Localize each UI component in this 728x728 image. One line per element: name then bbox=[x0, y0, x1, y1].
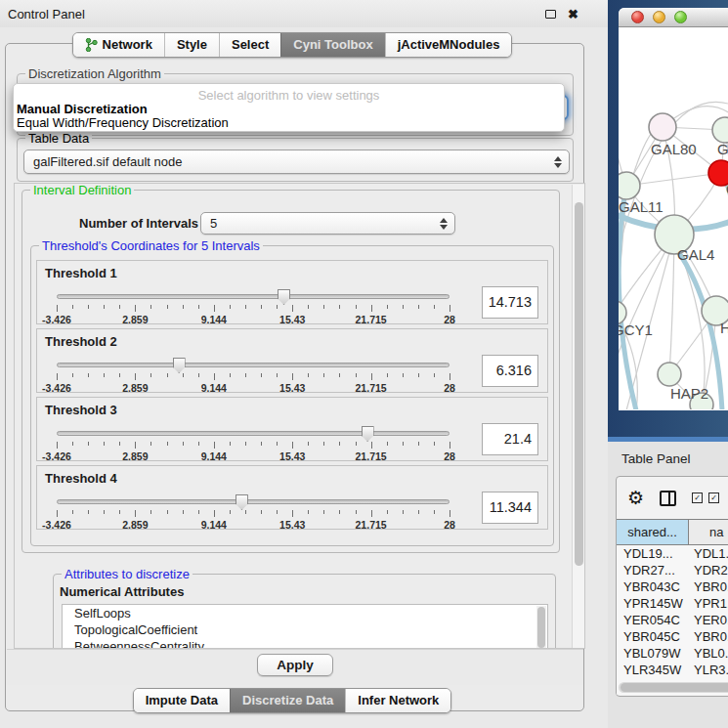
tick-mark bbox=[245, 305, 246, 309]
traffic-light-close-icon[interactable] bbox=[631, 11, 644, 23]
tick-mark bbox=[135, 305, 136, 312]
column-checkbox-group: ✓ ✓ bbox=[692, 492, 719, 503]
network-node[interactable] bbox=[708, 160, 728, 186]
threshold-value-field[interactable]: 11.344 bbox=[482, 492, 538, 524]
algorithm-popup: Select algorithm to view settings Manual… bbox=[13, 83, 565, 132]
tick-mark bbox=[135, 510, 136, 517]
traffic-light-zoom-icon[interactable] bbox=[674, 11, 687, 23]
attribute-list-item[interactable]: SelfLoops bbox=[63, 605, 547, 621]
attributes-scrollbar-thumb[interactable] bbox=[537, 607, 545, 648]
tick-mark bbox=[323, 442, 324, 446]
slider-track[interactable] bbox=[57, 294, 450, 299]
table-row[interactable]: YDR27...YDR2... bbox=[617, 562, 728, 578]
table-data-combo[interactable]: galFiltered.sif default node bbox=[23, 150, 570, 174]
tab-jactivemnodules[interactable]: jActiveMNodules bbox=[385, 33, 512, 57]
table-row[interactable]: YDL19...YDL1... bbox=[617, 545, 728, 562]
tab-network[interactable]: Network bbox=[73, 33, 164, 57]
table-row[interactable]: YBR045CYBR0... bbox=[617, 628, 728, 645]
tick-mark bbox=[230, 510, 231, 514]
network-node[interactable] bbox=[712, 117, 728, 143]
number-of-intervals-combo[interactable]: 5 bbox=[200, 212, 455, 235]
tick-mark bbox=[387, 373, 388, 377]
node-label: GAL80 bbox=[651, 141, 697, 157]
close-icon[interactable]: ✖ bbox=[568, 8, 578, 21]
threshold-value-field[interactable]: 21.4 bbox=[482, 423, 538, 455]
tick-mark bbox=[72, 510, 73, 514]
tab-impute-data[interactable]: Impute Data bbox=[134, 689, 230, 712]
network-canvas[interactable]: GAL80GAGAL11CGAL4GCY1HHAP2 bbox=[619, 27, 728, 409]
slider-thumb-icon[interactable] bbox=[236, 494, 248, 510]
network-view-frame: GAL80GAGAL11CGAL4GCY1HHAP2 bbox=[608, 0, 728, 442]
table-row[interactable]: YBL079WYBL0... bbox=[617, 645, 728, 662]
settings-scrollbar-thumb[interactable] bbox=[575, 202, 583, 566]
settings-scrollbar[interactable] bbox=[572, 185, 584, 648]
float-window-icon[interactable] bbox=[545, 10, 556, 19]
table-cell-name: YLR3... bbox=[689, 662, 728, 678]
tick-mark bbox=[450, 305, 450, 312]
tick-mark bbox=[356, 305, 357, 309]
column-header-shared-name[interactable]: shared... bbox=[617, 520, 689, 544]
table-row[interactable]: YLR345WYLR3... bbox=[617, 662, 728, 678]
tick-label: -3.426 bbox=[42, 314, 71, 325]
tick-label: 2.859 bbox=[122, 450, 148, 462]
gear-icon[interactable]: ⚙ bbox=[627, 489, 644, 507]
threshold-slider[interactable]: -3.4262.8599.14415.4321.71528 bbox=[57, 288, 450, 323]
attribute-list-item[interactable]: TopologicalCoefficient bbox=[63, 621, 547, 638]
algorithm-option[interactable]: Manual Discretization bbox=[14, 103, 564, 116]
apply-button[interactable]: Apply bbox=[257, 654, 333, 676]
network-edge[interactable] bbox=[619, 235, 674, 369]
slider-track[interactable] bbox=[57, 431, 450, 436]
tab-select[interactable]: Select bbox=[219, 33, 280, 57]
network-graph[interactable]: GAL80GAGAL11CGAL4GCY1HHAP2 bbox=[619, 27, 728, 409]
network-node[interactable] bbox=[658, 363, 681, 386]
slider-thumb-icon[interactable] bbox=[278, 289, 290, 305]
threshold-value-field[interactable]: 6.316 bbox=[482, 355, 538, 387]
algorithm-option[interactable]: Equal Width/Frequency Discretization bbox=[14, 116, 564, 130]
tick-mark bbox=[323, 305, 324, 309]
combo-stepper-icon[interactable] bbox=[435, 218, 452, 230]
table-row[interactable]: YPR145WYPR1... bbox=[617, 595, 728, 612]
threshold-value-field[interactable]: 14.713 bbox=[482, 286, 538, 319]
tab-style[interactable]: Style bbox=[164, 33, 219, 57]
tick-mark bbox=[277, 305, 278, 309]
threshold-slider[interactable]: -3.4262.8599.14415.4321.71528 bbox=[57, 493, 450, 529]
table-horizontal-scrollbar[interactable] bbox=[619, 682, 728, 693]
threshold-row: Threshold 2-3.4262.8599.14415.4321.71528… bbox=[36, 328, 548, 393]
tick-label: 2.859 bbox=[122, 382, 148, 394]
combo-stepper-icon[interactable] bbox=[549, 156, 567, 168]
table-row[interactable]: YER054CYER0... bbox=[617, 612, 728, 628]
split-view-icon[interactable] bbox=[660, 491, 676, 506]
node-label: GA bbox=[717, 141, 728, 157]
slider-thumb-icon[interactable] bbox=[173, 358, 186, 373]
tick-mark bbox=[418, 373, 419, 377]
checkbox-icon[interactable]: ✓ bbox=[692, 492, 703, 503]
network-node[interactable] bbox=[619, 172, 640, 199]
table-scrollbar-thumb[interactable] bbox=[621, 683, 728, 692]
tick-mark bbox=[323, 510, 324, 514]
tick-mark bbox=[292, 510, 293, 517]
tab-cyni-toolbox[interactable]: Cyni Toolbox bbox=[280, 33, 384, 57]
table-row[interactable]: YBR043CYBR0... bbox=[617, 578, 728, 595]
column-header-name[interactable]: na bbox=[689, 520, 728, 544]
node-table: ⚙ ✓ ✓ shared... na YDL19...YDL1...YDR27.… bbox=[616, 476, 728, 697]
slider-track[interactable] bbox=[57, 363, 450, 367]
network-edge[interactable] bbox=[669, 235, 674, 374]
tick-mark bbox=[150, 510, 151, 514]
tick-mark bbox=[339, 305, 340, 309]
table-panel-title: Table Panel bbox=[621, 451, 691, 466]
tick-mark bbox=[167, 373, 168, 377]
tab-jactivemnodules-label: jActiveMNodules bbox=[398, 37, 500, 52]
number-of-intervals-label: Number of Intervals bbox=[79, 216, 198, 231]
numerical-attributes-list[interactable]: SelfLoopsTopologicalCoefficientBetweenne… bbox=[62, 604, 548, 649]
attribute-list-item[interactable]: BetweennessCentrality bbox=[63, 638, 547, 649]
traffic-light-minimize-icon[interactable] bbox=[653, 11, 665, 23]
threshold-slider[interactable]: -3.4262.8599.14415.4321.71528 bbox=[57, 425, 450, 460]
tab-discretize-data[interactable]: Discretize Data bbox=[230, 689, 345, 712]
tab-infer-network[interactable]: Infer Network bbox=[345, 689, 450, 712]
checkbox-icon[interactable]: ✓ bbox=[708, 492, 719, 503]
network-node[interactable] bbox=[649, 113, 676, 141]
threshold-slider[interactable]: -3.4262.8599.14415.4321.71528 bbox=[57, 357, 450, 392]
attributes-scrollbar[interactable] bbox=[536, 606, 546, 649]
slider-thumb-icon[interactable] bbox=[362, 426, 374, 442]
slider-track[interactable] bbox=[57, 499, 450, 504]
